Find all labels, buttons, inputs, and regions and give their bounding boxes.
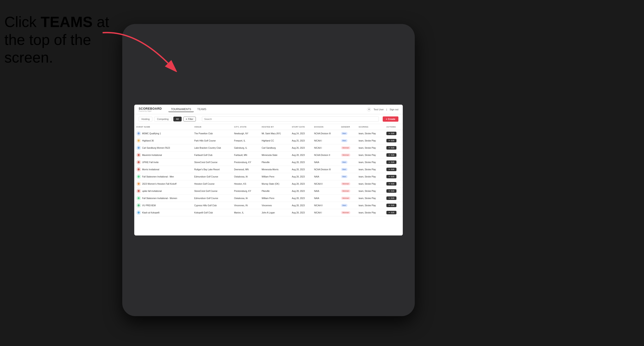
edit-button[interactable]: ✏ Edit <box>386 132 397 135</box>
cell-event-name: VU PREVIEW <box>134 202 192 209</box>
cell-city: Oskaloosa, IA <box>232 173 259 180</box>
cell-actions: ✏ Edit <box>384 144 403 152</box>
edit-label: Edit <box>391 154 394 156</box>
cell-division: NICAA I <box>312 144 339 152</box>
tab-competing[interactable]: Competing <box>154 117 171 121</box>
edit-button[interactable]: ✏ Edit <box>386 189 397 193</box>
svg-point-11 <box>138 204 140 206</box>
edit-button[interactable]: ✏ Edit <box>386 146 397 150</box>
edit-label: Edit <box>391 190 394 192</box>
cell-scoring: team, Stroke Play <box>356 202 384 209</box>
cell-division: NICAA II <box>312 180 339 187</box>
table-row: UPIKE Fall Invite StoneCrest Golf Course… <box>134 159 403 166</box>
cell-actions: ✏ Edit <box>384 159 403 166</box>
cell-gender: Women <box>339 144 356 152</box>
tab-all[interactable]: All <box>173 117 182 121</box>
gender-badge: Men <box>341 204 348 207</box>
tab-hosting[interactable]: Hosting <box>138 117 152 121</box>
nav-teams[interactable]: TEAMS <box>195 107 209 112</box>
cell-city: Newburgh, NY <box>232 130 259 137</box>
cell-date: Aug 28, 2023 <box>290 202 312 209</box>
edit-button[interactable]: ✏ Edit <box>386 161 397 164</box>
cell-division: NCAA Division III <box>312 166 339 173</box>
edit-button[interactable]: ✏ Edit <box>386 139 397 142</box>
cell-actions: ✏ Edit <box>384 195 403 202</box>
edit-label: Edit <box>391 140 394 142</box>
signout-link[interactable]: Sign out <box>390 108 398 111</box>
cell-event-name: Highland 36 <box>134 137 192 144</box>
event-icon <box>136 189 141 193</box>
svg-point-3 <box>138 147 140 149</box>
event-name-text: Klash at Kokopelli <box>142 211 160 214</box>
edit-button[interactable]: ✏ Edit <box>386 204 397 207</box>
edit-button[interactable]: ✏ Edit <box>386 196 397 200</box>
gender-badge: Women <box>341 211 350 214</box>
cell-hosted: Murray State (OK) <box>259 180 290 187</box>
edit-icon: ✏ <box>388 197 390 199</box>
svg-point-6 <box>138 168 140 171</box>
cell-gender: Men <box>339 202 356 209</box>
edit-button[interactable]: ✏ Edit <box>386 182 397 185</box>
col-scoring: SCORING <box>356 124 384 130</box>
cell-hosted: John A Logan <box>259 209 290 216</box>
col-hosted: HOSTED BY <box>259 124 290 130</box>
cell-city: Galesburg, IL <box>232 144 259 152</box>
table-row: Highland 36 Park Hills Golf Course Freep… <box>134 137 403 144</box>
svg-point-5 <box>138 161 140 163</box>
gender-badge: Men <box>341 161 348 164</box>
search-input[interactable] <box>202 116 379 122</box>
filter-icon: ≡ <box>186 118 187 120</box>
event-icon <box>136 146 141 150</box>
cell-scoring: team, Stroke Play <box>356 180 384 187</box>
edit-icon: ✏ <box>388 168 390 171</box>
event-name-text: UPIKE Fall Invite <box>142 161 159 164</box>
svg-point-9 <box>138 190 140 192</box>
edit-button[interactable]: ✏ Edit <box>386 211 397 214</box>
cell-city: Marion, IL <box>232 209 259 216</box>
edit-label: Edit <box>391 175 394 178</box>
edit-button[interactable]: ✏ Edit <box>386 168 397 171</box>
svg-point-2 <box>138 140 140 142</box>
toolbar: Hosting Competing All ≡ Filter + Create <box>134 114 403 124</box>
gender-badge: Men <box>341 132 348 135</box>
cell-scoring: team, Stroke Play <box>356 144 384 152</box>
cell-hosted: Pikeville <box>259 159 290 166</box>
gender-badge: Women <box>341 182 350 185</box>
cell-division: NCAA Division III <box>312 130 339 137</box>
nav-separator: | <box>386 108 387 111</box>
cell-venue: Edmundson Golf Course <box>192 195 232 202</box>
create-button[interactable]: + Create <box>383 116 398 122</box>
cell-event-name: Klash at Kokopelli <box>134 209 192 216</box>
edit-button[interactable]: ✏ Edit <box>386 175 397 178</box>
cell-venue: The Powelton Club <box>192 130 232 137</box>
cell-venue: Cypress Hills Golf Club <box>192 202 232 209</box>
search-box <box>202 116 379 122</box>
cell-gender: Men <box>339 159 356 166</box>
edit-label: Edit <box>391 183 394 185</box>
cell-date: Aug 28, 2023 <box>290 159 312 166</box>
table-row: 2023 Women's Hesston Fall Kickoff Hessto… <box>134 180 403 187</box>
table-row: upike fall invitational StoneCrest Golf … <box>134 187 403 195</box>
event-icon <box>136 160 141 165</box>
cell-venue: Hesston Golf Course <box>192 180 232 187</box>
cell-venue: Kokopelli Golf Club <box>192 209 232 216</box>
table-header-row: EVENT NAME VENUE CITY, STATE HOSTED BY S… <box>134 124 403 130</box>
cell-date: Aug 26, 2023 <box>290 144 312 152</box>
edit-button[interactable]: ✏ Edit <box>386 153 397 157</box>
svg-point-4 <box>138 154 140 156</box>
user-name: Test User <box>374 108 384 111</box>
gender-badge: Women <box>341 146 350 149</box>
event-icon <box>136 196 141 200</box>
cell-hosted: Highland CC <box>259 137 290 144</box>
col-division: DIVISION <box>312 124 339 130</box>
cell-city: Vincennes, IN <box>232 202 259 209</box>
edit-icon: ✏ <box>388 147 390 149</box>
cell-event-name: 2023 Women's Hesston Fall Kickoff <box>134 180 192 187</box>
settings-icon[interactable]: ⚙ <box>367 108 371 111</box>
tournaments-table-container: EVENT NAME VENUE CITY, STATE HOSTED BY S… <box>134 124 403 235</box>
cell-city: Deerwood, MN <box>232 166 259 173</box>
cell-gender: Women <box>339 195 356 202</box>
gender-badge: Men <box>341 139 348 142</box>
nav-tournaments[interactable]: TOURNAMENTS <box>168 107 194 112</box>
filter-button[interactable]: ≡ Filter <box>184 117 196 121</box>
